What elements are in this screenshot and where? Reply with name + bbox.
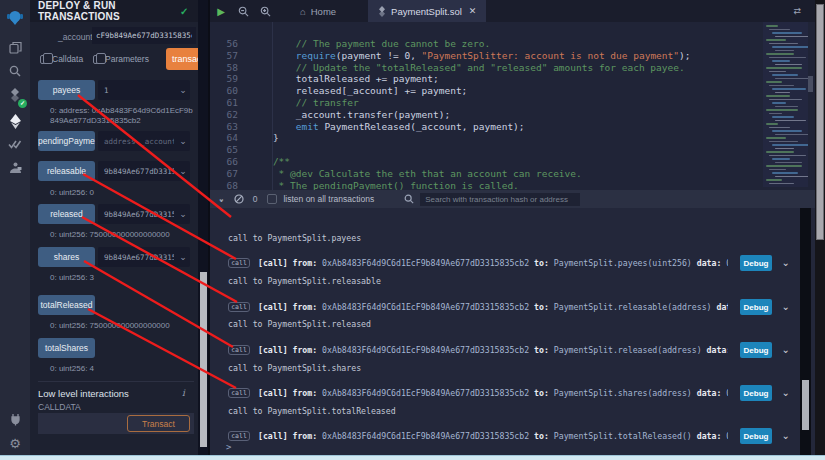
terminal-call-entry: call[call] from: 0xAb8483F64d9C6d1EcF9b8… [210,298,796,318]
code-text: * The pendingPayment() function is calle… [250,180,519,190]
collapse-terminal-icon[interactable]: ⌄⌄ [218,197,225,202]
chevron-down-icon[interactable]: ⌄ [176,136,190,146]
code-editor[interactable]: 56 // The payment due cannot be zero.57 … [210,22,815,190]
panel-body: _account Calldata Parameters transact pa… [30,22,198,455]
function-button-shares[interactable]: shares [38,247,95,267]
unit-testing-icon[interactable] [0,134,30,156]
terminal-log-line: call to PaymentSplit.released [228,319,371,329]
debug-button[interactable]: Debug [740,385,772,401]
chevron-down-icon[interactable]: ⌄ [782,344,790,355]
listen-all-checkbox[interactable] [267,194,277,204]
settings-gear-icon[interactable]: ⚙ [0,432,30,454]
account-param-input[interactable] [92,27,196,44]
function-input-pendingPayment[interactable] [98,137,176,146]
function-input-shares[interactable] [98,253,176,262]
transact-button[interactable]: transact [166,48,198,70]
chevron-down-icon[interactable]: ⌄ [782,430,790,441]
chevron-down-icon[interactable]: ⌄ [782,257,790,268]
terminal-search-input[interactable] [420,193,580,206]
parameters-copy-label: Parameters [105,54,149,64]
debug-button[interactable]: Debug [740,428,772,444]
terminal-scrollbar[interactable] [800,208,811,455]
function-button-totalShares[interactable]: totalShares [38,338,95,358]
chevron-down-icon[interactable]: ⌄ [782,301,790,312]
clear-console-icon[interactable] [234,194,244,204]
line-number[interactable]: 61 [210,97,246,109]
close-icon[interactable]: ✕ [469,6,477,16]
panel-scrollbar[interactable] [198,0,210,455]
function-input-releasable[interactable] [98,167,176,176]
tab-paymentsplit[interactable]: PaymentSplit.sol ✕ [368,0,486,22]
line-number[interactable]: 67 [210,168,246,180]
scrollbar-thumb[interactable] [816,4,824,240]
info-icon[interactable]: i [182,388,185,398]
minimap-line [766,123,778,125]
plugin-manager-icon[interactable] [0,408,30,430]
code-text: /** [250,156,290,168]
zoom-in-icon[interactable] [254,0,276,22]
low-level-transact-button[interactable]: Transact [127,415,190,432]
function-button-totalReleased[interactable]: totalReleased [38,295,95,315]
chevron-down-icon[interactable]: ⌄ [176,252,190,262]
tab-home[interactable]: ⌂ Home [290,0,346,22]
code-text: } [250,132,279,144]
line-number[interactable]: 57 [210,50,246,62]
function-button-released[interactable]: released [38,204,95,224]
file-explorer-icon[interactable] [0,36,30,58]
minimap-line [769,99,802,101]
tab-scroll-icon[interactable]: ⇄ [793,0,815,22]
function-output-totalReleased: 0: uint256: 750000000000000000 [50,321,196,331]
function-input-released[interactable] [98,210,176,219]
chevron-down-icon[interactable]: ⌄ [176,166,190,176]
function-button-pendingPayment[interactable]: pendingPayment [38,131,95,151]
minimap-line [766,165,802,167]
calldata-copy[interactable]: Calldata [40,54,83,64]
transaction-count-badge: 0 [253,194,258,204]
function-button-releasable[interactable]: releasable [38,161,95,181]
chevron-down-icon[interactable]: ⌄ [782,387,790,398]
window-scrollbar[interactable] [815,0,825,460]
line-number[interactable]: 64 [210,132,246,144]
chevron-down-icon[interactable]: ⌄ [176,209,190,219]
search-icon[interactable] [0,60,30,82]
deploy-run-icon[interactable] [0,110,30,132]
remix-logo-icon[interactable] [0,6,30,30]
line-number[interactable]: 58 [210,62,246,74]
minimap-thumb[interactable] [808,76,813,92]
line-number[interactable]: 59 [210,73,246,85]
debug-button[interactable]: Debug [740,255,772,271]
solidity-compiler-icon[interactable]: ✓ [0,84,30,106]
parameters-copy[interactable]: Parameters [93,54,149,64]
line-number[interactable]: 66 [210,156,246,168]
minimap-line [772,74,798,76]
run-script-icon[interactable]: ▶ [210,0,232,22]
code-line: 58 // Update the "totalReleased" and "re… [210,62,815,74]
minimap-line [769,85,794,87]
status-bar [0,455,825,460]
call-badge: call [228,345,250,355]
line-number[interactable]: 56 [210,38,246,50]
function-button-payees[interactable]: payees [38,80,95,100]
terminal-log-line: call to PaymentSplit.totalReleased [228,406,396,416]
function-input-payees[interactable] [98,86,176,95]
function-input-wrap: ⌄ [98,161,190,181]
debug-button[interactable]: Debug [740,299,772,315]
line-number[interactable]: 65 [210,144,246,156]
function-input-wrap: ⌄ [98,131,190,151]
learneth-icon[interactable] [0,157,30,179]
line-number[interactable]: 68 [210,180,246,190]
debug-button[interactable]: Debug [740,342,772,358]
terminal-prompt[interactable]: > [226,442,231,452]
calldata-label: CALLDATA [38,402,81,412]
line-number[interactable]: 62 [210,109,246,121]
terminal-log-line: call to PaymentSplit.shares [228,363,361,373]
zoom-out-icon[interactable] [232,0,254,22]
scrollbar-thumb[interactable] [200,272,207,447]
minimap[interactable] [763,22,808,187]
scrollbar-thumb[interactable] [802,380,809,430]
chevron-down-icon[interactable]: ⌄ [176,85,190,95]
line-number[interactable]: 60 [210,85,246,97]
code-text: * @dev Calculate the eth that an account… [250,168,582,180]
line-number[interactable]: 63 [210,121,246,133]
code-line: 66 /** [210,156,815,168]
